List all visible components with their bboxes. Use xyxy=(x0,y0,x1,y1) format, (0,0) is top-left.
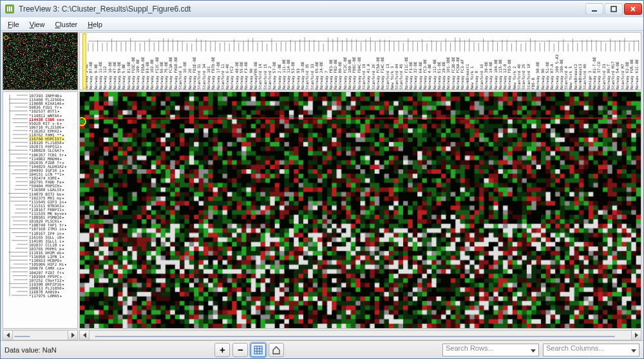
overview-canvas xyxy=(3,33,77,89)
column-label: Stanford 33 xyxy=(310,64,314,89)
home-button[interactable] xyxy=(269,343,284,357)
column-label: Norway FD6C-BE xyxy=(352,57,356,89)
column-label: Norway 32-BE xyxy=(413,62,417,89)
column-label: Stanford 19 xyxy=(361,64,366,89)
scroll-thumb[interactable] xyxy=(95,336,614,337)
column-label: Norway 56-BE xyxy=(159,62,164,89)
column-label: Stanford 34 xyxy=(202,64,206,89)
menubar: File View Cluster Help xyxy=(1,17,643,31)
scroll-right-button[interactable] xyxy=(68,331,77,340)
app-icon xyxy=(5,4,15,14)
plus-icon: + xyxy=(220,344,225,355)
column-label: Norway 37-CO xyxy=(596,62,601,89)
scroll-right-button[interactable] xyxy=(631,331,641,340)
column-labels: Norway 1-BENorway 87-BENorway 9-BENorway… xyxy=(86,52,638,89)
data-value: NaN xyxy=(43,346,57,354)
column-label: Stanford 11 xyxy=(220,64,225,89)
column-label: Norway 57-BE xyxy=(272,62,276,89)
column-label: Norway 81-T-BE xyxy=(592,57,596,89)
column-label: Norway FC5A-BE xyxy=(375,57,380,89)
chevron-left-icon xyxy=(6,333,10,338)
column-label: Stanford 31 xyxy=(196,64,201,89)
minimize-button[interactable] xyxy=(585,3,603,15)
column-label: Norway 90 xyxy=(249,68,253,89)
column-label: Norway 109 5-A3 xyxy=(554,55,559,89)
chevron-down-icon xyxy=(631,346,636,354)
scroll-thumb[interactable] xyxy=(14,336,31,337)
row-labels: 107393 INPP4B▸115460 FLJ2560▸119088 KIAA… xyxy=(29,93,77,327)
search-cols-placeholder: Search Columns... xyxy=(546,344,604,352)
reset-zoom-button[interactable] xyxy=(251,343,266,357)
heatmap-panel[interactable] xyxy=(79,91,641,329)
svg-rect-3 xyxy=(11,6,12,12)
maximize-button[interactable] xyxy=(605,3,623,15)
column-label: Norway 55-BE xyxy=(239,62,243,89)
maximize-icon xyxy=(611,6,617,12)
column-label: Stanford 14 xyxy=(258,64,262,89)
column-label: Stanford 2 xyxy=(267,66,272,89)
column-label: Norway 53-BE xyxy=(290,62,295,89)
titlebar: TreeView 3: C:\Cluster_Results\Suppl_Fig… xyxy=(1,1,643,17)
menu-cluster[interactable]: Cluster xyxy=(50,19,82,30)
chevron-down-icon xyxy=(531,346,536,354)
close-icon xyxy=(630,6,636,12)
column-label: Stanford 45 xyxy=(399,64,403,89)
column-label: NormBreast2 xyxy=(573,64,578,89)
column-label: Norway 86-T xyxy=(606,64,611,89)
column-label: Norway 64-BE xyxy=(418,62,422,89)
close-button[interactable] xyxy=(624,3,642,15)
home-icon xyxy=(272,345,281,354)
column-label: Norway 54-BE xyxy=(615,62,620,89)
column-label: Norway FH1B-BE xyxy=(173,57,178,89)
column-label: Norway 80-BE xyxy=(337,62,342,89)
column-label: Stanford M7 xyxy=(620,64,625,89)
grid-icon xyxy=(254,345,263,354)
column-label: New York 2 xyxy=(512,66,516,89)
menu-view[interactable]: View xyxy=(25,19,50,30)
column-label: Norway 17-BE xyxy=(216,62,220,89)
column-label: Norway 2-BE xyxy=(277,64,281,89)
column-label: Stanford 23 xyxy=(601,64,606,89)
column-label: Norway FI2C-BE xyxy=(155,57,159,89)
column-label: New York 3 xyxy=(390,66,394,89)
column-label: Benign 3 xyxy=(587,71,592,89)
svg-rect-6 xyxy=(254,346,262,354)
column-label: Norway 8 xyxy=(474,71,478,89)
data-value-label: Data value: xyxy=(5,346,41,354)
search-rows-input[interactable]: Search Rows... xyxy=(442,344,539,356)
column-dendrogram xyxy=(86,35,641,51)
column-label: Norway 102-BE xyxy=(149,59,154,89)
column-label: Stanford 46 xyxy=(516,64,521,89)
scroll-left-button[interactable] xyxy=(80,331,90,340)
zoom-in-button[interactable]: + xyxy=(214,343,230,357)
overview-selection-marker xyxy=(4,35,8,40)
heatmap-hscroll[interactable] xyxy=(79,330,641,340)
overview-heatmap[interactable] xyxy=(3,32,78,90)
column-label: Norway 115-BE xyxy=(498,59,502,89)
column-label: Norway FU5-BE xyxy=(629,59,634,89)
column-label: Norway 48-BE xyxy=(234,62,239,89)
column-label: Norway 96 xyxy=(540,68,545,89)
minus-icon: − xyxy=(238,344,243,355)
column-header-panel[interactable]: Norway 1-BENorway 87-BENorway 9-BENorway… xyxy=(79,32,641,90)
menu-help[interactable]: Help xyxy=(83,19,107,30)
search-columns-input[interactable]: Search Columns... xyxy=(543,344,639,356)
search-rows-placeholder: Search Rows... xyxy=(446,344,494,352)
column-label: Norway FE3-BE xyxy=(328,59,333,89)
column-label: Norway 101 xyxy=(206,66,211,89)
column-label: Stanford 15 xyxy=(263,64,267,89)
column-label: Norway FD7D-BE xyxy=(211,57,215,89)
menu-file[interactable]: File xyxy=(3,19,24,30)
column-label: Norway 109-BE xyxy=(135,59,140,89)
row-panel-hscroll[interactable] xyxy=(3,330,78,340)
column-label: FB6-B xyxy=(531,78,535,89)
column-label: Norway 14-BE xyxy=(488,62,493,89)
zoom-out-button[interactable]: − xyxy=(232,343,248,357)
scroll-left-button[interactable] xyxy=(3,331,13,340)
row-header-panel[interactable]: 107393 INPP4B▸115460 FLJ2560▸119088 KIAA… xyxy=(3,91,78,329)
column-label: Stanford 16 xyxy=(479,64,484,89)
column-label: Norway 101-3BE xyxy=(446,57,450,89)
column-label: Stanford 40 xyxy=(582,64,587,89)
column-label: Norway 10-BE xyxy=(108,62,112,89)
column-label: Norway FI1C-BE xyxy=(404,57,408,89)
